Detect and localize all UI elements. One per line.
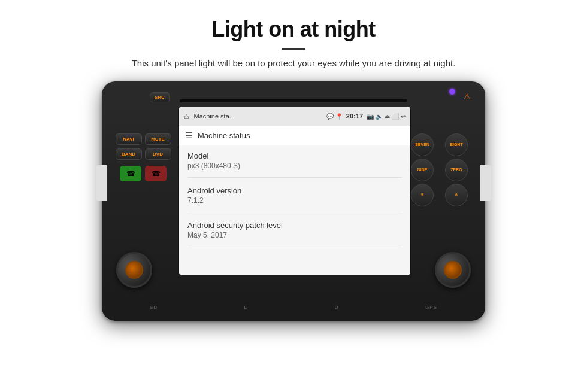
side-tab-right bbox=[480, 165, 491, 201]
back-icon[interactable]: ↩ bbox=[401, 113, 406, 120]
alert-icon: ⚠ bbox=[464, 92, 471, 101]
device-body: ⚠ SRC NAVI MUTE BAND DVD ☎ ☎ bbox=[102, 81, 485, 321]
led-indicator bbox=[449, 89, 455, 95]
navi-mute-row: NAVI MUTE bbox=[110, 133, 176, 145]
security-patch-label: Android security patch level bbox=[187, 221, 402, 230]
src-button[interactable]: SRC bbox=[150, 92, 170, 102]
left-knob-inner bbox=[125, 261, 143, 279]
screen-icon: ⬜ bbox=[392, 113, 399, 120]
bottom-strip: SD D D GPS bbox=[150, 305, 437, 310]
model-value: px3 (800x480 S) bbox=[187, 162, 402, 170]
security-patch-value: May 5, 2017 bbox=[187, 231, 402, 239]
app-bar-title: Machine status bbox=[198, 131, 250, 140]
android-content: Model px3 (800x480 S) Android version 7.… bbox=[179, 145, 410, 262]
d-label-2: D bbox=[335, 305, 339, 310]
left-knob[interactable] bbox=[116, 252, 152, 288]
right-knob-inner bbox=[444, 261, 462, 279]
hamburger-menu-icon[interactable]: ☰ bbox=[185, 130, 193, 140]
status-time: 20:17 bbox=[346, 113, 363, 120]
btn-six[interactable]: 6 bbox=[445, 184, 468, 206]
android-version-section: Android version 7.1.2 bbox=[187, 186, 402, 212]
end-call-button[interactable]: ☎ bbox=[145, 166, 167, 181]
chat-icon: 💬 bbox=[326, 113, 334, 120]
mute-button[interactable]: MUTE bbox=[145, 133, 171, 145]
android-screen: ⌂ Machine sta... 💬 📍 20:17 📷 🔈 ⏏ ⬜ ↩ ☰ M… bbox=[178, 107, 411, 275]
cd-slot bbox=[180, 99, 407, 102]
eject-icon: ⏏ bbox=[385, 113, 390, 120]
status-app-name: Machine sta... bbox=[191, 113, 323, 120]
home-icon[interactable]: ⌂ bbox=[184, 111, 189, 121]
location-icon: 📍 bbox=[335, 113, 343, 120]
btn-eight[interactable]: EIGHT bbox=[445, 133, 468, 156]
right-knob[interactable] bbox=[435, 252, 471, 288]
camera-icon: 📷 bbox=[367, 113, 374, 120]
sd-label: SD bbox=[150, 305, 158, 310]
dvd-button[interactable]: DVD bbox=[145, 148, 171, 160]
band-dvd-row: BAND DVD bbox=[110, 148, 176, 160]
band-button[interactable]: BAND bbox=[116, 148, 142, 160]
left-panel: NAVI MUTE BAND DVD ☎ ☎ bbox=[110, 114, 176, 181]
android-version-label: Android version bbox=[187, 186, 402, 195]
model-section: Model px3 (800x480 S) bbox=[187, 151, 402, 178]
btn-five[interactable]: 5 bbox=[411, 184, 434, 206]
answer-call-button[interactable]: ☎ bbox=[120, 166, 141, 181]
number-grid: SEVEN EIGHT NINE ZERO 5 6 bbox=[411, 133, 477, 206]
page-title: Light on at night bbox=[211, 17, 375, 42]
btn-zero[interactable]: ZERO bbox=[445, 159, 468, 181]
navi-button[interactable]: NAVI bbox=[116, 133, 142, 145]
device-container: ⚠ SRC NAVI MUTE BAND DVD ☎ ☎ bbox=[102, 81, 485, 333]
side-tab-left bbox=[96, 165, 107, 201]
model-label: Model bbox=[187, 151, 402, 160]
android-version-value: 7.1.2 bbox=[187, 196, 402, 205]
android-app-bar: ☰ Machine status bbox=[179, 126, 410, 145]
android-status-bar: ⌂ Machine sta... 💬 📍 20:17 📷 🔈 ⏏ ⬜ ↩ bbox=[179, 107, 410, 126]
btn-seven[interactable]: SEVEN bbox=[411, 133, 434, 156]
gps-label: GPS bbox=[425, 305, 437, 310]
right-panel: SEVEN EIGHT NINE ZERO 5 6 bbox=[411, 114, 477, 206]
volume-icon: 🔈 bbox=[376, 113, 383, 120]
status-icons-group: 💬 📍 20:17 📷 🔈 ⏏ ⬜ ↩ bbox=[326, 113, 406, 120]
title-divider bbox=[282, 48, 305, 50]
call-buttons-row: ☎ ☎ bbox=[110, 166, 176, 181]
page-subtitle: This unit's panel light will be on to pr… bbox=[132, 57, 456, 71]
security-patch-section: Android security patch level May 5, 2017 bbox=[187, 221, 402, 247]
d-label-1: D bbox=[244, 305, 249, 310]
btn-nine[interactable]: NINE bbox=[411, 159, 434, 181]
